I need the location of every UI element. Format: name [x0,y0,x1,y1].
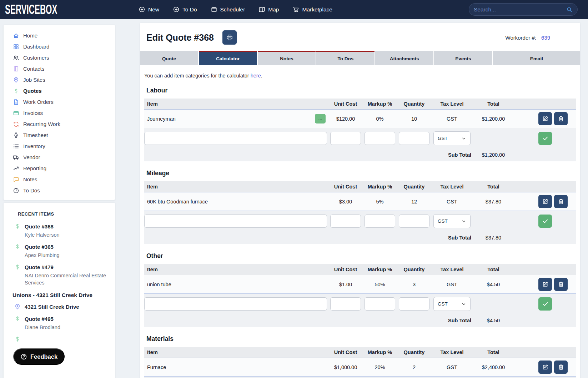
new-unit-cost-input[interactable] [330,215,361,228]
nav-item-scheduler[interactable]: Scheduler [211,6,245,13]
edit-row-button[interactable] [538,361,552,374]
nav-item-new[interactable]: New [139,6,159,13]
trend-icon [13,165,19,172]
feedback-button[interactable]: Feedback [13,348,65,365]
item-row: 60K btu Goodman furnace$3.005%12GST$37.8… [144,192,576,211]
tax-level-selected-value: GST [438,301,448,307]
delete-row-button[interactable] [554,278,568,291]
sidebar-item-quotes[interactable]: Quotes [4,85,115,96]
table-header-row: ItemUnit CostMarkup %QuantityTax LevelTo… [144,264,576,275]
new-item-input[interactable] [144,297,327,311]
add-item-row: GST [144,297,576,314]
item-row: Journeyman...$120.000%10GST$1,200.00 [144,110,576,128]
tab-attachments[interactable]: Attachments [375,51,433,65]
recent-item[interactable]: 4321 Still Creek Drive [4,301,115,313]
sidebar-item-contacts[interactable]: Contacts [4,63,115,74]
delete-row-button[interactable] [554,112,568,125]
print-button[interactable] [222,30,237,45]
column-header-item: Item [144,349,328,355]
sidebar-item-recurring-work[interactable]: Recurring Work [4,119,115,130]
recent-items-title: RECENT ITEMS [4,206,115,220]
edit-row-button[interactable] [538,278,552,291]
nav-item-to-do[interactable]: To Do [173,6,197,13]
delete-row-button[interactable] [554,195,568,208]
tab-quote[interactable]: Quote [140,51,198,65]
tax-level-select[interactable]: GST [433,297,471,311]
recent-item-title: 4321 Still Creek Drive [25,303,111,311]
new-markup-input[interactable] [365,132,395,145]
sidebar-item-home[interactable]: Home [4,30,115,41]
tab-email[interactable]: Email [493,51,580,65]
confirm-add-button[interactable] [538,215,552,228]
trash-icon [558,364,564,371]
delete-row-button[interactable] [554,361,568,374]
new-quantity-input[interactable] [399,132,429,145]
search-input[interactable] [474,6,566,13]
sidebar-item-to-dos[interactable]: To Dos [4,185,115,196]
sidebar-item-job-sites[interactable]: Job Sites [4,74,115,85]
tax-level-select[interactable]: GST [433,131,471,145]
chevron-down-icon [461,302,466,307]
workorder-link[interactable]: 639 [541,35,550,41]
new-markup-input[interactable] [365,297,395,311]
tab-calculator[interactable]: Calculator [199,51,257,65]
recent-item[interactable] [4,333,115,346]
recent-item[interactable]: Quote #368Kyle Halverson [4,220,115,241]
nav-item-marketplace[interactable]: Marketplace [292,6,332,13]
workorder-label: Workorder #: [506,35,536,41]
tab-label: Notes [280,56,293,61]
tab-events[interactable]: Events [434,51,492,65]
sidebar-item-notes[interactable]: Notes [4,174,115,185]
new-unit-cost-input[interactable] [330,297,361,311]
item-row: Furnace$1,000.0020%2GST$2,400.00 [144,358,576,377]
search-box[interactable] [469,3,578,16]
tab-to-dos[interactable]: To Dos [316,51,375,65]
new-markup-input-cell [363,215,397,228]
info-suffix: . [261,73,262,79]
nav-item-map[interactable]: Map [258,6,279,13]
app-logo[interactable]: SERVICEBOX [5,2,57,17]
item-more-button[interactable]: ... [315,114,326,124]
confirm-add-button[interactable] [538,132,552,145]
recent-item[interactable]: Quote #479NAI Denro Commercial Real Esta… [4,261,115,288]
recent-group-title[interactable]: Unions - 4321 Still Creek Drive [4,288,115,301]
edit-row-button[interactable] [538,195,552,208]
sidebar-item-customers[interactable]: Customers [4,52,115,63]
sub-total-value: $4.50 [473,318,514,323]
sidebar-item-label: Inventory [23,143,45,149]
new-quantity-input[interactable] [399,215,429,228]
new-item-cell [144,132,328,145]
search-icon[interactable] [566,6,573,13]
sidebar-item-label: Contacts [23,66,44,72]
recent-item[interactable]: Quote #365Apex Plumbing [4,241,115,261]
sidebar-item-reporting[interactable]: Reporting [4,163,115,174]
sidebar-item-dashboard[interactable]: Dashboard [4,41,115,52]
new-unit-cost-input[interactable] [330,132,361,145]
new-item-input[interactable] [144,132,327,145]
sidebar-item-inventory[interactable]: Inventory [4,141,115,152]
new-markup-input[interactable] [365,215,395,228]
column-header-markup: Markup % [363,184,397,190]
edit-row-button[interactable] [538,112,552,125]
sidebar-item-label: Work Orders [23,99,54,105]
edit-icon [542,198,549,205]
sidebar-item-timesheet[interactable]: Timesheet [4,130,115,141]
new-item-input[interactable] [144,215,327,228]
unit-cost-cell: $3.00 [328,199,363,205]
nav-item-label: Scheduler [220,6,245,13]
grid-icon [13,44,19,50]
recent-item[interactable]: Quote #495Diane Brodland [4,313,115,333]
info-link[interactable]: here [251,73,261,79]
top-navbar: SERVICEBOX NewTo DoSchedulerMapMarketpla… [0,0,588,19]
tax-level-select[interactable]: GST [433,214,471,228]
item-name: union tube [147,282,171,287]
cart-icon [292,6,299,13]
sidebar-item-work-orders[interactable]: Work Orders [4,96,115,107]
sidebar-item-invoices[interactable]: Invoices [4,107,115,119]
calculator-sections: LabourItemUnit CostMarkup %QuantityTax L… [144,87,576,378]
navbar-menu: NewTo DoSchedulerMapMarketplace [139,0,332,19]
tab-notes[interactable]: Notes [258,51,316,65]
sidebar-item-vendor[interactable]: Vendor [4,152,115,163]
new-quantity-input[interactable] [399,297,429,311]
confirm-add-button[interactable] [538,297,552,311]
